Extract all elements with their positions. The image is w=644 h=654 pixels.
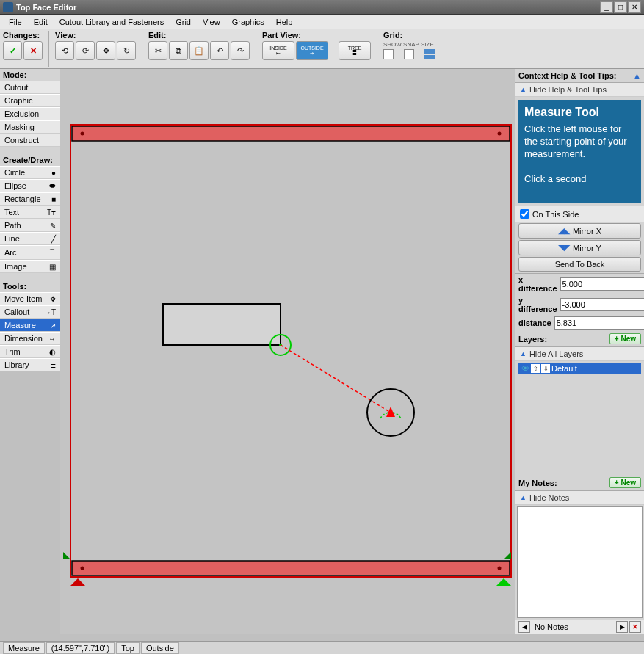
create-line[interactable]: Line╱ <box>0 232 60 245</box>
create-rectangle[interactable]: Rectangle■ <box>0 192 60 206</box>
path-icon: ✎ <box>50 222 56 230</box>
send-to-back-button[interactable]: Send To Back <box>518 257 641 272</box>
create-circle[interactable]: Circle● <box>0 166 60 179</box>
layer-down-icon[interactable]: ⇩ <box>541 364 550 373</box>
inside-button[interactable]: INSIDE⇤ <box>262 41 294 60</box>
hide-layers-button[interactable]: ▲ Hide All Layers <box>515 347 644 361</box>
mode-header: Mode: <box>0 69 60 81</box>
status-tool: Measure <box>3 642 45 654</box>
mode-construct[interactable]: Construct <box>0 134 60 147</box>
callout-icon: →T <box>44 308 56 316</box>
ellipse-icon: ⬬ <box>49 181 56 190</box>
notes-textarea[interactable] <box>517 506 643 618</box>
context-help-header: Context Help & Tool Tips: ▲ <box>515 69 644 83</box>
svg-rect-1 <box>72 561 510 575</box>
minimize-button[interactable]: _ <box>600 1 613 13</box>
note-next-button[interactable]: ▶ <box>616 621 628 633</box>
ydiff-input[interactable] <box>560 298 644 311</box>
layer-up-icon[interactable]: ⇧ <box>531 364 540 373</box>
outside-button[interactable]: OUTSIDE⇥ <box>296 41 328 60</box>
menu-cutout-library[interactable]: Cutout Library and Fasteners <box>54 16 170 28</box>
refresh-button[interactable]: ↻ <box>117 41 136 60</box>
tools-header: Tools: <box>0 280 60 292</box>
collapse-up-icon[interactable]: ▲ <box>633 71 641 80</box>
arc-icon: ⌒ <box>48 247 56 258</box>
create-text[interactable]: TextTᴛ <box>0 206 60 219</box>
tool-measure[interactable]: Measure↗ <box>0 319 60 332</box>
pan-button[interactable]: ✥ <box>96 41 115 60</box>
status-coords: (14.597",7.710") <box>46 642 115 654</box>
tree-button[interactable]: TREE≣ <box>339 41 371 60</box>
cut-button[interactable]: ✂ <box>148 41 167 60</box>
new-layer-button[interactable]: + New <box>609 333 641 344</box>
tool-move-item[interactable]: Move Item✥ <box>0 292 60 305</box>
arrow-up-icon: ▲ <box>520 86 527 93</box>
menu-bar: File Edit Cutout Library and Fasteners G… <box>0 15 644 29</box>
zoom-in-button[interactable]: ⟳ <box>76 41 95 60</box>
create-path[interactable]: Path✎ <box>0 219 60 232</box>
zoom-out-button[interactable]: ⟲ <box>55 41 74 60</box>
reject-button[interactable]: ✕ <box>23 41 43 60</box>
on-this-side-checkbox[interactable] <box>520 209 529 219</box>
menu-edit[interactable]: Edit <box>28 16 54 28</box>
grid-sublabel: SHOW SNAP SIZE <box>383 41 435 48</box>
tool-dimension[interactable]: Dimension↔ <box>0 332 60 345</box>
create-ellipse[interactable]: Elipse⬬ <box>0 179 60 192</box>
text-icon: Tᴛ <box>47 208 56 217</box>
undo-button[interactable]: ↶ <box>210 41 229 60</box>
hide-notes-button[interactable]: ▲ Hide Notes <box>515 491 644 505</box>
arrow-up-icon: ▲ <box>520 494 527 501</box>
toolbar: Changes: ✓ ✕ View: ⟲ ⟳ ✥ ↻ Edit: ✂ ⧉ 📋 ↶… <box>0 29 644 69</box>
tool-callout[interactable]: Callout→T <box>0 305 60 319</box>
menu-help[interactable]: Help <box>270 16 299 28</box>
mirror-x-icon: ◢◣ <box>558 226 570 236</box>
xdiff-input[interactable] <box>560 277 644 291</box>
hide-tips-button[interactable]: ▲ Hide Help & Tool Tips <box>515 83 644 97</box>
title-bar: Top Face Editor _ □ ✕ <box>0 0 644 15</box>
tool-library[interactable]: Library≣ <box>0 358 60 371</box>
create-arc[interactable]: Arc⌒ <box>0 245 60 260</box>
mode-exclusion[interactable]: Exclusion <box>0 107 60 120</box>
eye-icon[interactable]: 👁 <box>521 364 529 373</box>
layer-default[interactable]: 👁 ⇧ ⇩ Default <box>518 363 641 374</box>
mirror-y-button[interactable]: ◥◤ Mirror Y <box>518 240 641 255</box>
create-image[interactable]: Image▦ <box>0 260 60 273</box>
menu-view[interactable]: View <box>197 16 226 28</box>
line-icon: ╱ <box>51 235 56 243</box>
maximize-button[interactable]: □ <box>614 1 627 13</box>
notes-nav: ◀ No Notes ▶ ✕ <box>515 620 644 634</box>
menu-grid[interactable]: Grid <box>170 16 197 28</box>
note-delete-button[interactable]: ✕ <box>629 621 641 633</box>
svg-marker-12 <box>386 407 395 417</box>
menu-file[interactable]: File <box>3 16 28 28</box>
copy-button[interactable]: ⧉ <box>169 41 188 60</box>
status-bar: Measure (14.597",7.710") Top Outside <box>0 641 644 654</box>
move-icon: ✥ <box>50 295 56 303</box>
accept-button[interactable]: ✓ <box>3 41 22 60</box>
grid-size-button[interactable] <box>424 49 435 59</box>
svg-rect-7 <box>163 304 281 345</box>
menu-graphics[interactable]: Graphics <box>226 16 270 28</box>
layers-header: Layers: + New <box>515 331 644 347</box>
mode-graphic[interactable]: Graphic <box>0 94 60 107</box>
svg-line-10 <box>281 345 391 413</box>
redo-button[interactable]: ↷ <box>231 41 250 60</box>
svg-point-3 <box>81 132 84 136</box>
tooltip-body: Click the left mouse for the starting po… <box>524 123 635 185</box>
new-note-button[interactable]: + New <box>609 477 641 488</box>
notes-header: My Notes: + New <box>515 475 644 491</box>
note-prev-button[interactable]: ◀ <box>518 621 530 633</box>
svg-rect-0 <box>72 126 510 141</box>
mode-cutout[interactable]: Cutout <box>0 81 60 94</box>
tool-trim[interactable]: Trim◐ <box>0 345 60 358</box>
circle-icon: ● <box>51 169 56 177</box>
close-button[interactable]: ✕ <box>628 1 641 13</box>
canvas[interactable] <box>60 69 515 634</box>
left-panel: Mode: Cutout Graphic Exclusion Masking C… <box>0 69 60 371</box>
paste-button[interactable]: 📋 <box>189 41 209 60</box>
mode-masking[interactable]: Masking <box>0 120 60 134</box>
grid-show-checkbox[interactable] <box>383 49 394 59</box>
grid-snap-checkbox[interactable] <box>404 49 414 59</box>
mirror-x-button[interactable]: ◢◣ Mirror X <box>518 223 641 239</box>
dist-input[interactable] <box>554 316 644 330</box>
